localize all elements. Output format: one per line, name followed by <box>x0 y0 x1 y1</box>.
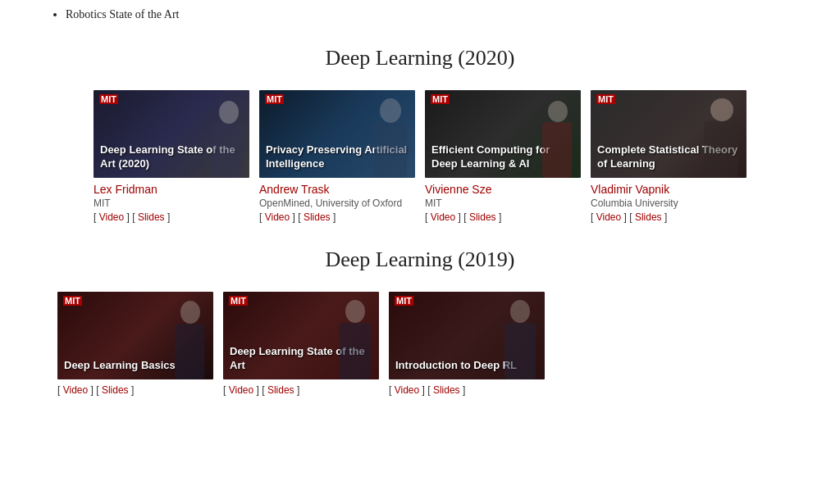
thumbnail-dl2020[interactable]: MIT Deep Learning State of the Art (2020… <box>94 90 249 178</box>
links-stats: [ Video ] [ Slides ] <box>591 211 746 223</box>
links-efficient: [ Video ] [ Slides ] <box>425 211 581 223</box>
video-link-stats[interactable]: Video <box>596 211 621 223</box>
svg-rect-1 <box>212 124 244 178</box>
instructor-name-vladimirv[interactable]: Vladimir Vapnik <box>591 183 746 196</box>
section-2020-title: Deep Learning (2020) <box>49 46 791 70</box>
instructor-name-andrewtrask[interactable]: Andrew Trask <box>259 183 415 196</box>
course-card-dlsota: MIT Deep Learning State of the Art [ Vid… <box>223 292 379 396</box>
svg-rect-9 <box>175 324 204 379</box>
slides-link-dl2020[interactable]: Slides <box>138 211 165 223</box>
course-row-2020: MIT Deep Learning State of the Art (2020… <box>49 90 791 223</box>
person-silhouette-3 <box>515 96 581 178</box>
course-card-dl2020: MIT Deep Learning State of the Art (2020… <box>94 90 249 223</box>
robotics-bullet: Robotics State of the Art <box>66 8 791 21</box>
mit-logo-3: MIT <box>431 94 450 104</box>
mit-logo-7: MIT <box>395 296 413 306</box>
person-silhouette-4 <box>681 96 746 178</box>
thumbnail-deeprl[interactable]: MIT Introduction to Deep RL <box>389 292 545 379</box>
course-card-dlbasics: MIT Deep Learning Basics [ Video ] [ Sli… <box>57 292 213 396</box>
page-wrapper: Robotics State of the Art Deep Learning … <box>0 0 840 445</box>
video-link-dl2020[interactable]: Video <box>99 211 124 223</box>
course-card-efficient: MIT Efficient Computing for Deep Learnin… <box>425 90 581 223</box>
video-link-dlbasics[interactable]: Video <box>63 384 88 396</box>
svg-rect-3 <box>374 123 407 178</box>
thumbnail-stats[interactable]: MIT Complete Statistical Theory of Learn… <box>591 90 746 178</box>
svg-rect-11 <box>340 323 371 379</box>
slides-link-deeprl[interactable]: Slides <box>433 384 460 396</box>
svg-point-4 <box>548 101 568 122</box>
video-link-privacy[interactable]: Video <box>265 211 290 223</box>
mit-logo-4: MIT <box>596 94 615 104</box>
thumbnail-efficient[interactable]: MIT Efficient Computing for Deep Learnin… <box>425 90 581 178</box>
affiliation-vladimirv: Columbia University <box>591 198 746 209</box>
course-row-2019: MIT Deep Learning Basics [ Video ] [ Sli… <box>49 292 791 396</box>
affiliation-andrewtrask: OpenMined, University of Oxford <box>259 198 415 209</box>
thumbnail-privacy[interactable]: MIT Privacy Preserving Artificial Intell… <box>259 90 415 178</box>
slides-link-efficient[interactable]: Slides <box>469 211 496 223</box>
person-silhouette-5 <box>148 297 213 379</box>
slides-link-stats[interactable]: Slides <box>635 211 662 223</box>
links-dlbasics: [ Video ] [ Slides ] <box>57 384 213 396</box>
svg-point-2 <box>380 98 401 123</box>
mit-logo: MIT <box>99 94 118 104</box>
top-section: Robotics State of the Art <box>49 8 791 21</box>
course-card-deeprl: MIT Introduction to Deep RL [ Video ] [ … <box>389 292 545 396</box>
slides-link-dlsota[interactable]: Slides <box>267 384 294 396</box>
affiliation-lexfridman: MIT <box>94 198 249 209</box>
person-silhouette <box>184 96 249 178</box>
svg-point-10 <box>345 300 365 323</box>
person-silhouette-6 <box>313 297 379 379</box>
affiliation-viviennsze: MIT <box>425 198 581 209</box>
instructor-name-lexfridman[interactable]: Lex Fridman <box>94 183 249 196</box>
thumbnail-dlsota[interactable]: MIT Deep Learning State of the Art <box>223 292 379 379</box>
slides-link-dlbasics[interactable]: Slides <box>102 384 129 396</box>
svg-point-8 <box>180 301 200 324</box>
links-deeprl: [ Video ] [ Slides ] <box>389 384 545 396</box>
instructor-name-viviennsze[interactable]: Vivienne Sze <box>425 183 581 196</box>
svg-point-6 <box>710 98 733 121</box>
thumbnail-dlbasics[interactable]: MIT Deep Learning Basics <box>57 292 213 379</box>
links-dlsota: [ Video ] [ Slides ] <box>223 384 379 396</box>
links-privacy: [ Video ] [ Slides ] <box>259 211 415 223</box>
links-dl2020: [ Video ] [ Slides ] <box>94 211 249 223</box>
mit-logo-6: MIT <box>229 296 248 306</box>
svg-point-0 <box>219 101 239 124</box>
person-silhouette-2 <box>349 96 415 178</box>
video-link-dlsota[interactable]: Video <box>229 384 253 396</box>
mit-logo-5: MIT <box>63 296 82 306</box>
person-silhouette-7 <box>479 297 545 379</box>
course-card-stats: MIT Complete Statistical Theory of Learn… <box>591 90 746 223</box>
video-link-deeprl[interactable]: Video <box>395 384 419 396</box>
svg-rect-13 <box>504 323 536 379</box>
course-card-privacy: MIT Privacy Preserving Artificial Intell… <box>259 90 415 223</box>
section-2019-title: Deep Learning (2019) <box>49 247 791 272</box>
svg-point-12 <box>510 300 530 323</box>
slides-link-privacy[interactable]: Slides <box>304 211 331 223</box>
svg-rect-7 <box>704 121 738 178</box>
video-link-efficient[interactable]: Video <box>431 211 455 223</box>
mit-logo-2: MIT <box>265 94 284 104</box>
svg-rect-5 <box>542 122 572 178</box>
